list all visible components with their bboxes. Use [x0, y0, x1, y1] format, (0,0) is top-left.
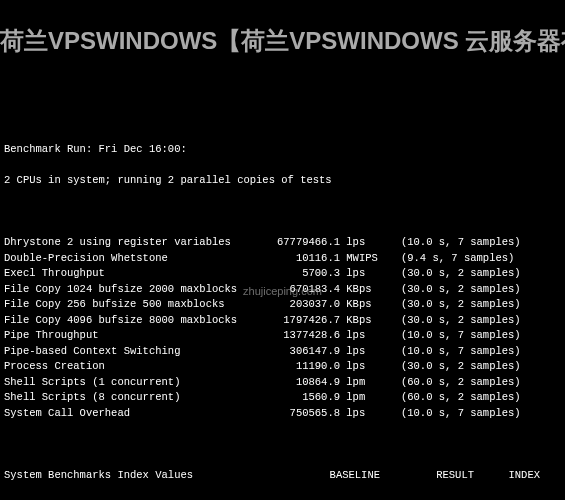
- header-line: 2 CPUs in system; running 2 parallel cop…: [4, 173, 561, 189]
- benchmark-row: File Copy 4096 bufsize 8000 maxblocks179…: [4, 313, 561, 329]
- index-header: System Benchmarks Index ValuesBASELINERE…: [4, 468, 561, 484]
- benchmark-row: Execl Throughput5700.3 lps (30.0 s, 2 sa…: [4, 266, 561, 282]
- benchmark-row: Pipe Throughput1377428.6 lps (10.0 s, 7 …: [4, 328, 561, 344]
- benchmark-row: Shell Scripts (8 concurrent)1560.9 lpm (…: [4, 390, 561, 406]
- benchmark-row: Double-Precision Whetstone10116.1 MWIPS …: [4, 251, 561, 267]
- benchmark-row: Dhrystone 2 using register variables6777…: [4, 235, 561, 251]
- benchmark-row: Process Creation11190.0 lps (30.0 s, 2 s…: [4, 359, 561, 375]
- header-line: Benchmark Run: Fri Dec 16:00:: [4, 142, 561, 158]
- benchmark-row: File Copy 1024 bufsize 2000 maxblocks670…: [4, 282, 561, 298]
- benchmark-row: File Copy 256 bufsize 500 maxblocks20303…: [4, 297, 561, 313]
- benchmark-row: System Call Overhead750565.8 lps (10.0 s…: [4, 406, 561, 422]
- article-title: 荷兰VPSWINDOWS【荷兰VPSWINDOWS 云服务器有什么优势？】: [0, 26, 565, 56]
- benchmark-row: Shell Scripts (1 concurrent)10864.9 lpm …: [4, 375, 561, 391]
- terminal-output: Benchmark Run: Fri Dec 16:00: 2 CPUs in …: [0, 109, 565, 501]
- benchmark-row: Pipe-based Context Switching306147.9 lps…: [4, 344, 561, 360]
